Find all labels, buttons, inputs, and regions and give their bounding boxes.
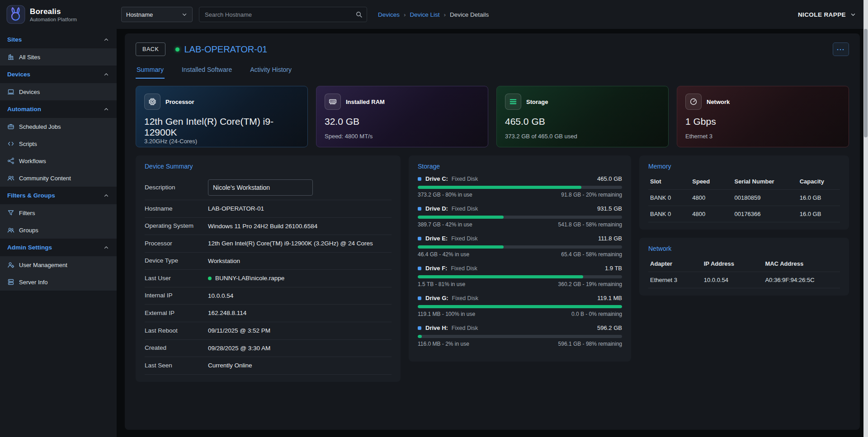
sidebar-item-label: Devices — [19, 89, 40, 95]
sidebar-item-all-sites[interactable]: All Sites — [0, 48, 117, 66]
user-name: NICOLE RAPPE — [798, 11, 846, 18]
sidebar-section-filters-groups[interactable]: Filters & Groups — [0, 187, 117, 204]
drive-type: Fixed Disk — [451, 265, 477, 272]
breadcrumb-devices[interactable]: Devices — [378, 11, 400, 18]
drive-usage-fill — [418, 305, 622, 308]
sidebar-item-label: Scheduled Jobs — [19, 123, 61, 130]
drive-type: Fixed Disk — [452, 325, 478, 331]
sidebar-item-devices[interactable]: Devices — [0, 83, 117, 100]
hostname-select-value: Hostname — [126, 11, 153, 18]
network-title: Network — [648, 245, 840, 252]
drive-type: Fixed Disk — [452, 176, 478, 182]
sidebar-item-groups[interactable]: Groups — [0, 221, 117, 239]
drive-stats: 116.0 MB - 2% in use596.1 GB - 98% remai… — [418, 341, 622, 347]
laptop-icon — [7, 88, 14, 95]
page-scrollbar[interactable] — [863, 0, 868, 437]
drive-item-drive-g: Drive G:Fixed Disk119.1 MB119.1 MB - 100… — [418, 295, 622, 317]
search-icon[interactable] — [355, 11, 363, 18]
topbar: Hostname Devices›Device List›Device Deta… — [117, 0, 868, 29]
summary-row-label: Device Type — [145, 257, 208, 265]
cpu-icon — [144, 94, 160, 110]
search-input[interactable] — [199, 7, 367, 22]
logo-title: Borealis — [30, 7, 77, 16]
drive-bullet-icon — [418, 267, 421, 270]
tab-activity-history[interactable]: Activity History — [249, 62, 292, 79]
tab-summary[interactable]: Summary — [136, 62, 165, 79]
stat-card-value: 32.0 GB — [325, 116, 480, 127]
drive-usage-fill — [418, 335, 422, 338]
sidebar-item-label: Community Content — [19, 175, 71, 182]
summary-row-value: 162.248.8.114 — [208, 309, 392, 318]
app-root: Borealis Automation Platform SitesAll Si… — [0, 0, 868, 437]
hostname-filter-select[interactable]: Hostname — [121, 7, 193, 22]
summary-value-text: 09/28/2025 @ 3:30 AM — [208, 344, 270, 353]
storage-panel: Storage Drive C:Fixed Disk465.0 GB373.2 … — [409, 155, 631, 362]
search-box — [199, 7, 367, 22]
device-details-panel: BACK LAB-OPERATOR-01 ··· SummaryInstalle… — [125, 33, 860, 430]
page-title: LAB-OPERATOR-01 — [184, 44, 267, 55]
stat-card-footer: Speed: 4800 MT/s — [325, 133, 480, 140]
table-cell: 16.0 GB — [798, 206, 840, 222]
table-row: BANK 048000017636616.0 GB — [648, 206, 840, 222]
drive-list: Drive C:Fixed Disk465.0 GB373.2 GB - 80%… — [418, 175, 622, 347]
drive-item-drive-e: Drive E:Fixed Disk111.8 GB46.4 GB - 42% … — [418, 235, 622, 258]
summary-row-value: 10.0.0.54 — [208, 291, 392, 301]
breadcrumb: Devices›Device List›Device Details — [378, 11, 489, 18]
sidebar-item-user-management[interactable]: User Management — [0, 256, 117, 273]
chevron-down-icon — [850, 11, 856, 18]
main-area: Hostname Devices›Device List›Device Deta… — [117, 0, 868, 437]
summary-row-external-ip: External IP162.248.8.114 — [145, 305, 392, 322]
building-icon — [7, 53, 14, 61]
sidebar-section-automation[interactable]: Automation — [0, 100, 117, 118]
sidebar-item-workflows[interactable]: Workflows — [0, 152, 117, 169]
drive-usage-fill — [418, 245, 504, 249]
app-logo[interactable]: Borealis Automation Platform — [0, 0, 117, 29]
chevron-up-icon — [103, 193, 109, 199]
filter-icon — [7, 209, 14, 216]
more-actions-button[interactable]: ··· — [833, 42, 849, 56]
drive-stats: 1.5 TB - 81% in use360.2 GB - 19% remain… — [418, 281, 622, 287]
drive-header: Drive H:Fixed Disk596.2 GB — [418, 324, 622, 331]
drive-stats: 373.2 GB - 80% in use91.8 GB - 20% remai… — [418, 192, 622, 198]
summary-row-value: BUNNY-LAB\nicole.rappe — [208, 274, 392, 283]
summary-row-operating-system: Operating SystemWindows 11 Pro 24H2 Buil… — [145, 218, 392, 235]
sidebar-item-server-info[interactable]: Server Info — [0, 273, 117, 291]
chevron-down-icon — [181, 11, 188, 18]
network-table-header-mac-address: MAC Address — [763, 258, 840, 272]
description-input[interactable] — [208, 179, 313, 196]
breadcrumb-device-list[interactable]: Device List — [410, 11, 440, 18]
drive-item-drive-h: Drive H:Fixed Disk596.2 GB116.0 MB - 2% … — [418, 324, 622, 347]
summary-row-created: Created09/28/2025 @ 3:30 AM — [145, 340, 392, 357]
sidebar-item-label: Scripts — [19, 141, 37, 147]
sidebar-section-sites[interactable]: Sites — [0, 31, 117, 48]
drive-type: Fixed Disk — [451, 235, 477, 242]
panel-header: BACK LAB-OPERATOR-01 ··· — [136, 42, 849, 56]
breadcrumb-separator: › — [404, 11, 406, 18]
drive-usage-bar — [418, 275, 622, 278]
user-menu[interactable]: NICOLE RAPPE — [798, 11, 856, 18]
drive-header: Drive F:Fixed Disk1.9 TB — [418, 265, 622, 272]
sidebar-item-community-content[interactable]: Community Content — [0, 169, 117, 187]
summary-row-label: Operating System — [145, 222, 208, 230]
sidebar-section-devices[interactable]: Devices — [0, 66, 117, 83]
scrollbar-thumb[interactable] — [864, 29, 868, 137]
device-summary-title: Device Summary — [145, 163, 392, 170]
summary-value-text: 12th Gen Intel(R) Core(TM) i9-12900K (3.… — [208, 239, 373, 248]
drive-size: 119.1 MB — [597, 295, 622, 301]
stat-card-value: 12th Gen Intel(R) Core(TM) i9-12900K — [144, 116, 299, 138]
tab-installed-software[interactable]: Installed Software — [181, 62, 233, 79]
table-cell: 4800 — [690, 190, 732, 206]
sidebar-section-admin-settings[interactable]: Admin Settings — [0, 239, 117, 256]
table-cell: 4800 — [690, 206, 732, 222]
sidebar-item-scripts[interactable]: Scripts — [0, 135, 117, 152]
drive-name: Drive E: — [425, 235, 448, 242]
summary-row-hostname: HostnameLAB-OPERATOR-01 — [145, 200, 392, 218]
drive-used-text: 389.7 GB - 42% in use — [418, 221, 472, 228]
drive-free-text: 65.4 GB - 58% remaining — [561, 251, 622, 258]
sidebar-item-scheduled-jobs[interactable]: Scheduled Jobs — [0, 118, 117, 135]
summary-row-last-reboot: Last Reboot09/11/2025 @ 3:52 PM — [145, 322, 392, 340]
back-button[interactable]: BACK — [136, 42, 165, 56]
stat-card-label: Installed RAM — [346, 99, 385, 105]
sidebar-item-filters[interactable]: Filters — [0, 204, 117, 221]
people-group-icon — [7, 226, 14, 234]
